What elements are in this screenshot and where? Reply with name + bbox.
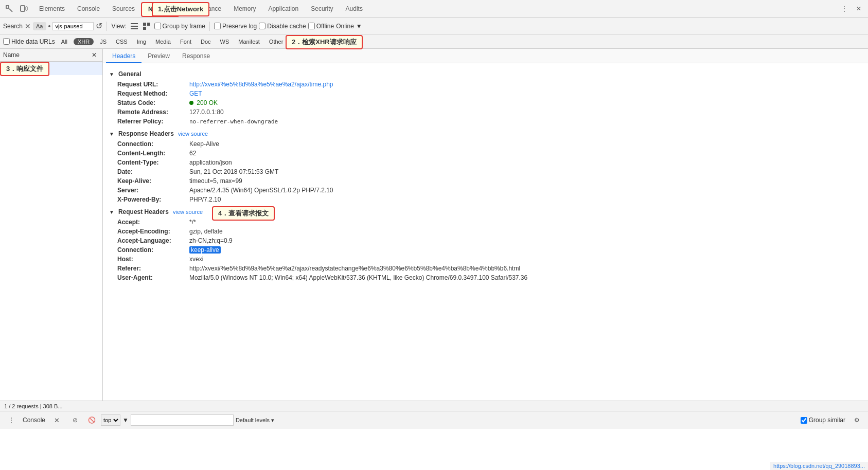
filter-css[interactable]: CSS bbox=[113, 38, 131, 45]
group-by-frame-checkbox[interactable]: Group by frame bbox=[154, 23, 205, 30]
status-dot bbox=[189, 101, 193, 105]
svg-rect-8 bbox=[143, 27, 146, 30]
response-header-row: Date:Sun, 21 Oct 2018 07:51:53 GMT bbox=[109, 167, 862, 176]
annotation-step2: 2．检索XHR请求响应 bbox=[286, 35, 363, 49]
request-header-row: Referer:http://xvexi/%e5%8d%9a%e5%ae%a2/… bbox=[109, 264, 862, 273]
svg-rect-4 bbox=[131, 26, 138, 27]
aa-button[interactable]: Aa bbox=[33, 22, 46, 30]
network-list-panel: Name ✕ time.php 3．响应文件 bbox=[0, 49, 103, 401]
filter-row: Hide data URLs All XHR JS CSS Img Media … bbox=[0, 34, 868, 49]
annotation-step3: 3．响应文件 bbox=[0, 62, 49, 76]
devtools-tab-bar: Elements Console Sources Network Perform… bbox=[0, 0, 868, 18]
group-similar-checkbox[interactable]: Group similar bbox=[801, 417, 845, 424]
filter-other[interactable]: Other bbox=[266, 38, 287, 45]
group-similar-label: Group similar bbox=[809, 417, 845, 424]
network-list-items: time.php 3．响应文件 bbox=[0, 62, 102, 75]
annotation-step1-container: 1.点击Network bbox=[152, 2, 209, 16]
svg-rect-0 bbox=[6, 6, 9, 8]
filter-font[interactable]: Font bbox=[177, 38, 194, 45]
referrer-policy-row: Referrer Policy: no-referrer-when-downgr… bbox=[109, 117, 862, 126]
hide-data-urls-checkbox[interactable]: Hide data URLs bbox=[3, 38, 55, 45]
filter-doc[interactable]: Doc bbox=[198, 38, 214, 45]
filter-img[interactable]: Img bbox=[134, 38, 149, 45]
device-icon[interactable] bbox=[16, 2, 31, 16]
status-text: 1 / 2 requests | 308 B... bbox=[4, 403, 63, 409]
tab-console[interactable]: Console bbox=[71, 0, 106, 18]
console-settings-icon[interactable]: ⚙ bbox=[849, 413, 864, 427]
view-label: View: bbox=[111, 23, 126, 30]
request-url-label: Request URL: bbox=[117, 81, 189, 88]
offline-checkbox[interactable]: Offline bbox=[308, 23, 334, 30]
filter-js[interactable]: JS bbox=[97, 38, 110, 45]
console-label: Console bbox=[23, 417, 45, 424]
inspect-icon[interactable] bbox=[2, 2, 16, 16]
response-header-row: Keep-Alive:timeout=5, max=99 bbox=[109, 176, 862, 186]
response-headers-rows: Connection:Keep-AliveContent-Length:62Co… bbox=[109, 139, 862, 204]
request-header-row: Accept-Language:zh-CN,zh;q=0.9 bbox=[109, 236, 862, 245]
filter-all[interactable]: All bbox=[58, 38, 70, 45]
request-header-row: Connection:keep-alive bbox=[109, 245, 862, 255]
tab-memory[interactable]: Memory bbox=[227, 0, 262, 18]
search-input[interactable] bbox=[52, 22, 94, 30]
svg-rect-5 bbox=[131, 28, 138, 29]
filter-xhr[interactable]: XHR bbox=[74, 38, 94, 45]
more-options-icon[interactable]: ⋮ bbox=[837, 2, 852, 16]
list-view-icon[interactable] bbox=[129, 21, 140, 32]
remote-address-label: Remote Address: bbox=[117, 109, 189, 116]
large-view-icon[interactable] bbox=[141, 21, 152, 32]
details-panel: Headers Preview Response ▼ General Reque… bbox=[103, 49, 868, 401]
online-dropdown-icon[interactable]: ▼ bbox=[356, 23, 362, 30]
request-headers-section: ▼ Request Headers view source 4．查看请求报文 bbox=[109, 208, 862, 215]
console-filter-input[interactable] bbox=[131, 414, 234, 426]
sub-tab-headers[interactable]: Headers bbox=[106, 49, 141, 63]
disable-cache-checkbox[interactable]: Disable cache bbox=[259, 23, 306, 30]
toolbar-separator bbox=[107, 22, 107, 31]
request-url-row: Request URL: http://xvexi/%e5%8d%9a%e5%a… bbox=[109, 80, 862, 89]
clear-icon[interactable]: 🚫 bbox=[84, 413, 99, 427]
online-label[interactable]: Online bbox=[336, 23, 354, 30]
context-dropdown-icon[interactable]: ▼ bbox=[122, 417, 129, 424]
request-header-row: User-Agent:Mozilla/5.0 (Windows NT 10.0;… bbox=[109, 273, 862, 282]
response-headers-view-source[interactable]: view source bbox=[178, 131, 208, 137]
preserve-log-checkbox[interactable]: Preserve log bbox=[214, 23, 257, 30]
sub-tab-preview[interactable]: Preview bbox=[141, 49, 176, 63]
tab-audits[interactable]: Audits bbox=[340, 0, 369, 18]
request-method-row: Request Method: GET bbox=[109, 89, 862, 98]
status-code-row: Status Code: 200 OK bbox=[109, 98, 862, 107]
request-headers-rows: Accept:*/*Accept-Encoding:gzip, deflateA… bbox=[109, 218, 862, 282]
stop-icon[interactable]: ⊘ bbox=[68, 413, 82, 427]
tab-elements[interactable]: Elements bbox=[33, 0, 71, 18]
console-bar: ⋮ Console ✕ ⊘ 🚫 top ▼ Default levels ▾ G… bbox=[0, 411, 868, 429]
general-section-header: ▼ General bbox=[109, 70, 862, 78]
tab-sources[interactable]: Sources bbox=[106, 0, 141, 18]
search-close-icon[interactable]: ✕ bbox=[25, 22, 31, 30]
filter-manifest[interactable]: Manifest bbox=[235, 38, 263, 45]
default-levels-label[interactable]: Default levels ▾ bbox=[236, 417, 274, 424]
request-headers-view-source[interactable]: view source bbox=[173, 209, 203, 215]
response-header-row: Content-Type:application/json bbox=[109, 158, 862, 167]
network-toolbar: Search ✕ Aa • ↺ View: Group by frame Pre… bbox=[0, 18, 868, 34]
response-headers-section: ▼ Response Headers view source bbox=[109, 130, 862, 137]
request-header-row: Accept-Encoding:gzip, deflate bbox=[109, 227, 862, 236]
close-console-icon[interactable]: ✕ bbox=[49, 413, 64, 427]
tab-application[interactable]: Application bbox=[262, 0, 305, 18]
svg-rect-1 bbox=[21, 6, 25, 11]
sub-tab-response[interactable]: Response bbox=[176, 49, 216, 63]
request-header-row: Host:xvexi bbox=[109, 255, 862, 264]
request-method-label: Request Method: bbox=[117, 90, 189, 97]
close-devtools-icon[interactable]: ✕ bbox=[852, 2, 866, 16]
filter-ws[interactable]: WS bbox=[217, 38, 233, 45]
filter-media[interactable]: Media bbox=[152, 38, 174, 45]
sub-tabs: Headers Preview Response bbox=[103, 49, 868, 63]
request-headers-arrow: ▼ bbox=[109, 209, 114, 215]
context-selector[interactable]: top bbox=[101, 414, 120, 426]
close-panel-icon[interactable]: ✕ bbox=[89, 51, 99, 59]
name-column-header: Name bbox=[3, 51, 89, 59]
general-arrow: ▼ bbox=[109, 71, 114, 77]
console-menu-icon[interactable]: ⋮ bbox=[4, 413, 19, 427]
tab-security[interactable]: Security bbox=[305, 0, 339, 18]
svg-rect-3 bbox=[131, 23, 138, 24]
refresh-search-icon[interactable]: ↺ bbox=[96, 21, 102, 31]
dot-icon[interactable]: • bbox=[48, 22, 51, 30]
toolbar-separator-2 bbox=[209, 22, 210, 31]
